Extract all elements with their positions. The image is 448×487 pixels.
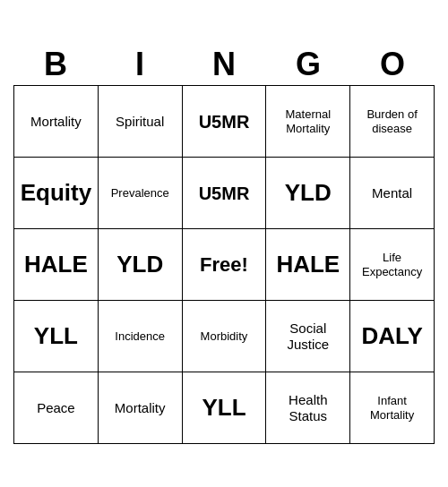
cell-r4-c4: Infant Mortality (350, 372, 435, 444)
cell-r0-c0: Mortality (14, 86, 99, 158)
header-letter-n: N (182, 43, 266, 86)
cell-r4-c3: Health Status (266, 372, 350, 444)
cell-r3-c0: YLL (14, 301, 99, 372)
cell-r2-c2: Free! (183, 229, 267, 301)
bingo-card: BINGO MortalitySpiritualU5MRMaternal Mor… (13, 43, 435, 445)
cell-r3-c2: Morbidity (183, 301, 267, 372)
cell-r4-c1: Mortality (99, 372, 183, 444)
bingo-header: BINGO (13, 43, 435, 86)
cell-r3-c3: Social Justice (266, 301, 350, 372)
cell-r4-c0: Peace (14, 372, 99, 444)
cell-r1-c2: U5MR (183, 158, 267, 229)
cell-r2-c4: Life Expectancy (350, 229, 435, 301)
header-letter-g: G (266, 43, 350, 86)
cell-r2-c1: YLD (99, 229, 183, 301)
bingo-grid: MortalitySpiritualU5MRMaternal Mortality… (13, 85, 435, 444)
cell-r1-c4: Mental (350, 158, 435, 229)
cell-r1-c3: YLD (266, 158, 350, 229)
cell-r2-c3: HALE (266, 229, 350, 301)
cell-r1-c0: Equity (14, 158, 99, 229)
cell-r4-c2: YLL (183, 372, 267, 444)
header-letter-b: B (13, 43, 98, 86)
cell-r0-c4: Burden of disease (350, 86, 435, 158)
cell-r2-c0: HALE (14, 229, 99, 301)
header-letter-i: I (98, 43, 182, 86)
cell-r1-c1: Prevalence (99, 158, 183, 229)
cell-r0-c1: Spiritual (99, 86, 183, 158)
cell-r3-c1: Incidence (99, 301, 183, 372)
cell-r0-c2: U5MR (183, 86, 267, 158)
cell-r0-c3: Maternal Mortality (266, 86, 350, 158)
cell-r3-c4: DALY (350, 301, 435, 372)
header-letter-o: O (350, 43, 435, 86)
